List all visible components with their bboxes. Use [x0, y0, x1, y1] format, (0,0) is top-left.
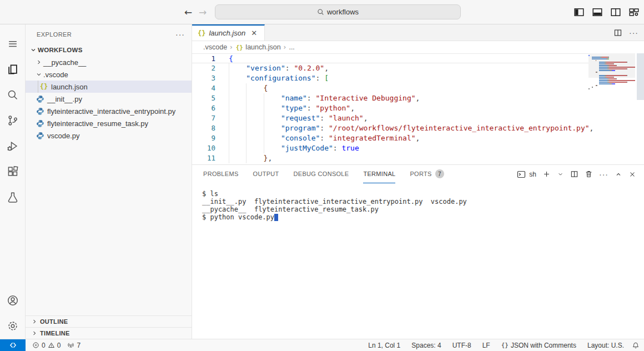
python-file-icon: [36, 94, 44, 103]
terminal-output[interactable]: $ ls__init__.py flyteinteractive_interac…: [192, 183, 644, 339]
code-line-11: 11},: [192, 153, 588, 163]
editor-tab-bar: {} launch.json ✕ ···: [192, 24, 644, 41]
code-line-2: 2"version": "0.2.0",: [192, 63, 588, 73]
line-number: 10: [192, 143, 215, 153]
layout-panel-bottom-icon[interactable]: [592, 7, 603, 18]
terminal-line: __pycache__ flyteinteractive_resume_task…: [202, 205, 644, 213]
tree-item-launch-json[interactable]: {}launch.json: [26, 81, 192, 93]
menu-icon: [7, 38, 18, 49]
activity-extensions[interactable]: [0, 159, 26, 184]
tree-item-vscode-py[interactable]: vscode.py: [26, 129, 192, 142]
address-search-box[interactable]: workflows: [215, 4, 461, 19]
ports-badge: 7: [435, 169, 444, 178]
activity-test-beaker[interactable]: [0, 184, 26, 210]
editor-more-actions-icon[interactable]: ···: [629, 28, 638, 37]
shell-label[interactable]: sh: [529, 171, 536, 178]
json-file-icon: {}: [39, 82, 48, 91]
activity-source-control[interactable]: [0, 108, 26, 133]
settings-gear-icon: [7, 320, 19, 332]
activity-account[interactable]: [0, 288, 26, 313]
line-number: 6: [192, 103, 215, 113]
explorer-files-icon: [7, 63, 19, 76]
line-number: 11: [192, 153, 215, 163]
source-control-icon: [7, 114, 19, 127]
trash-icon[interactable]: [585, 170, 593, 178]
warning-icon: [48, 342, 55, 349]
plus-icon[interactable]: [542, 170, 551, 178]
python-file-icon: [36, 131, 44, 140]
customize-layout-icon[interactable]: [628, 7, 640, 18]
chevron-down-icon[interactable]: [557, 171, 564, 178]
tree-item--vscode[interactable]: .vscode: [26, 68, 192, 81]
terminal-line: $ ls: [202, 190, 644, 198]
panel-tab-ports[interactable]: PORTS7: [410, 165, 444, 183]
terminal-line: $ python vscode.py: [202, 213, 644, 221]
test-beaker-icon: [7, 191, 19, 203]
activity-settings-gear[interactable]: [0, 313, 26, 339]
split-editor-icon[interactable]: [613, 28, 622, 37]
split-panel-icon[interactable]: [570, 170, 578, 178]
panel-tab-problems[interactable]: PROBLEMS: [203, 165, 239, 183]
problems-status[interactable]: 0 0: [29, 339, 64, 351]
remote-indicator[interactable]: [0, 339, 26, 351]
ports-status[interactable]: 7: [64, 339, 84, 351]
panel-tab-output[interactable]: OUTPUT: [253, 165, 279, 183]
python-file-icon: [36, 107, 44, 116]
line-number: 5: [192, 93, 215, 103]
breadcrumb-item[interactable]: ...: [289, 43, 294, 51]
code-editor[interactable]: 1{2"version": "0.2.0",3"configurations":…: [192, 53, 644, 164]
tree-item--init-py[interactable]: __init__.py: [26, 93, 192, 105]
code-line-9: 9"console": "integratedTerminal",: [192, 133, 588, 143]
line-number: 7: [192, 113, 215, 123]
section-timeline[interactable]: TIMELINE: [26, 327, 192, 339]
code-line-4: 4{: [192, 83, 588, 93]
status-cursor-position[interactable]: Ln 1, Col 1: [365, 339, 404, 351]
tree-item--pycache-[interactable]: __pycache__: [26, 56, 192, 68]
window-layout-controls: [573, 0, 640, 24]
activity-run-debug[interactable]: [0, 133, 26, 159]
activity-explorer-files[interactable]: [0, 57, 26, 82]
line-number: 4: [192, 83, 215, 93]
breadcrumb-separator-icon: ›: [283, 43, 288, 51]
chevron-right-icon: [30, 329, 39, 338]
minimap[interactable]: [588, 54, 635, 89]
line-number: 8: [192, 123, 215, 133]
code-line-8: 8"program": "/root/workflows/flyteintera…: [192, 123, 588, 133]
panel-tab-debug-console[interactable]: DEBUG CONSOLE: [294, 165, 349, 183]
close-icon[interactable]: [628, 171, 636, 178]
split-editor-icon[interactable]: [610, 7, 621, 18]
explorer-more-actions-icon[interactable]: ···: [175, 30, 185, 39]
layout-sidebar-left-icon[interactable]: [573, 7, 585, 18]
bell-icon[interactable]: [632, 342, 640, 349]
tree-item-flyteinteractive-resume-task-py[interactable]: flyteinteractive_resume_task.py: [26, 117, 192, 129]
search-icon: [317, 8, 324, 16]
back-arrow-icon[interactable]: ←: [181, 7, 195, 18]
status-encoding[interactable]: UTF-8: [449, 339, 475, 351]
line-number: 3: [192, 73, 215, 83]
editor-scrollbar[interactable]: [637, 53, 644, 100]
activity-search[interactable]: [0, 82, 26, 108]
panel-tab-terminal[interactable]: TERMINAL: [363, 165, 395, 183]
status-indentation[interactable]: Spaces: 4: [408, 339, 444, 351]
breadcrumb-item[interactable]: .vscode: [203, 43, 227, 51]
json-file-icon: {}: [198, 29, 205, 37]
more-icon[interactable]: ···: [599, 170, 608, 179]
section-outline[interactable]: OUTLINE: [26, 315, 192, 327]
tree-root-workflows[interactable]: WORKFLOWS: [26, 44, 192, 56]
line-number: 1: [192, 54, 215, 63]
activity-menu[interactable]: [0, 31, 26, 57]
tree-item-flyteinteractive-interactive-entrypoint-py[interactable]: flyteinteractive_interactive_entrypoint.…: [26, 105, 192, 117]
status-language-mode[interactable]: {}JSON with Comments: [498, 339, 580, 351]
browser-toolbar: ← → workflows: [0, 0, 644, 24]
file-tree: __pycache__.vscode{}launch.json__init__.…: [26, 56, 192, 142]
tab-launch-json[interactable]: {} launch.json ✕: [192, 24, 265, 41]
chevron-up-icon[interactable]: [615, 171, 622, 178]
python-file-icon: [36, 119, 44, 128]
breadcrumb: .vscode›{}launch.json›...: [192, 41, 644, 53]
breadcrumb-item[interactable]: {}launch.json: [235, 43, 281, 51]
json-file-icon: {}: [236, 44, 243, 51]
status-keyboard-layout[interactable]: Layout: U.S.: [584, 339, 627, 351]
tab-close-icon[interactable]: ✕: [251, 29, 257, 37]
status-eol[interactable]: LF: [479, 339, 494, 351]
forward-arrow-icon[interactable]: →: [195, 7, 210, 18]
